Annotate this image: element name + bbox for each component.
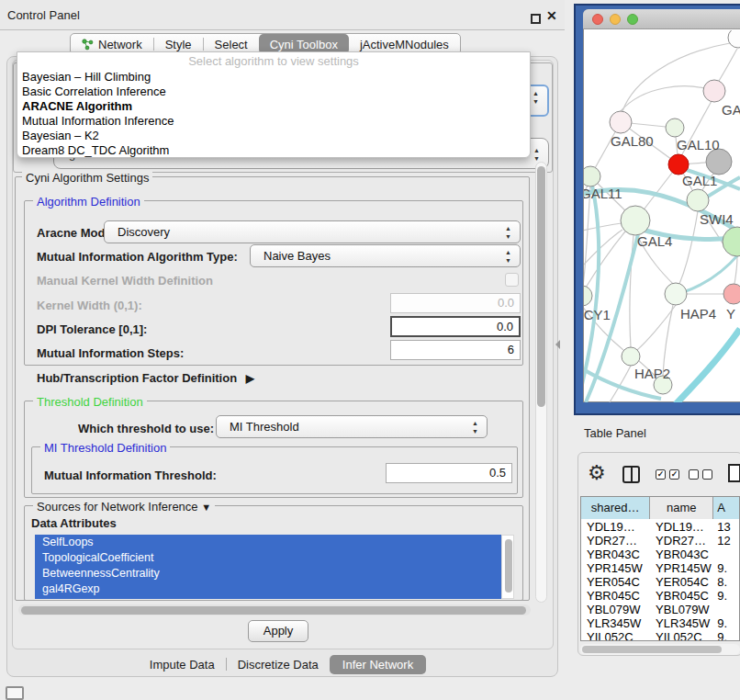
settings-vertical-scrollbar[interactable]: [535, 162, 547, 603]
network-node[interactable]: [584, 166, 600, 186]
hub-definition-toggle[interactable]: Hub/Transcription Factor Definition ▶: [37, 371, 254, 385]
dpi-tolerance-field[interactable]: 0.0: [390, 316, 521, 337]
tab-discretize-data[interactable]: Discretize Data: [227, 655, 330, 674]
close-icon[interactable]: ✕: [546, 8, 557, 23]
network-node[interactable]: [666, 119, 684, 137]
mi-steps-field[interactable]: 6: [390, 340, 521, 360]
network-node[interactable]: [621, 206, 650, 235]
aracne-mode-combobox[interactable]: Discovery ▲▼: [104, 220, 521, 243]
threshold-definition-legend: Threshold Definition: [33, 395, 147, 409]
network-node[interactable]: [728, 30, 740, 48]
network-window-titlebar[interactable]: [583, 9, 740, 29]
network-edge[interactable]: [586, 231, 625, 288]
apply-button[interactable]: Apply: [248, 620, 308, 642]
dropdown-item-selected[interactable]: ARACNE Algorithm: [17, 99, 530, 114]
window-minimize-icon[interactable]: [610, 14, 621, 25]
dropdown-placeholder: Select algorithm to view settings: [17, 54, 530, 68]
attributes-list-scrollbar-thumb[interactable]: [505, 539, 512, 593]
algorithm-definition-legend: Algorithm Definition: [33, 195, 144, 209]
table-row[interactable]: YBR043CYBR043C: [581, 548, 739, 561]
column-header-shared-name[interactable]: shared…: [581, 497, 650, 519]
deselect-all-checks-icon[interactable]: [689, 469, 712, 480]
tab-impute-data[interactable]: Impute Data: [139, 655, 226, 674]
network-edge[interactable]: [584, 230, 622, 276]
collapsed-arrow-icon[interactable]: ▶: [246, 372, 254, 385]
column-header-name[interactable]: name: [650, 497, 713, 519]
table-row[interactable]: YPR145WYPR145W9.: [581, 561, 739, 575]
network-node[interactable]: [668, 154, 689, 175]
settings-vertical-scrollbar-thumb[interactable]: [537, 166, 545, 407]
table-row[interactable]: YIL052CYIL052C9.: [581, 630, 739, 641]
dropdown-item[interactable]: Dream8 DC_TDC Algorithm: [17, 143, 530, 158]
network-node[interactable]: [665, 283, 687, 305]
mi-type-combobox[interactable]: Naive Bayes ▲▼: [250, 244, 521, 267]
combo-stepper-icon: ▲▼: [505, 248, 511, 265]
table-row[interactable]: YLR345WYLR345W9.: [581, 616, 739, 630]
table-cell: [713, 603, 739, 616]
window-close-icon[interactable]: [592, 14, 603, 25]
network-node[interactable]: [706, 149, 732, 175]
gear-icon[interactable]: ⚙: [588, 461, 606, 485]
table-cell: YBR043C: [650, 548, 713, 561]
kernel-width-field[interactable]: 0.0: [390, 293, 521, 313]
network-node[interactable]: [703, 80, 725, 102]
sources-legend[interactable]: Sources for Network Inference ▼: [33, 500, 215, 514]
tab-infer-network[interactable]: Infer Network: [330, 655, 426, 674]
table-cell: YBL079W: [650, 603, 713, 616]
dropdown-item[interactable]: Basic Correlation Inference: [17, 85, 530, 99]
table-cell: YIL052C: [650, 630, 713, 641]
dropdown-item[interactable]: Mutual Information Inference: [17, 114, 530, 129]
network-node[interactable]: [723, 284, 740, 304]
network-node[interactable]: [723, 227, 740, 256]
checked-box-icon: ✓: [656, 469, 666, 480]
expanded-arrow-icon[interactable]: ▼: [201, 502, 211, 513]
document-icon[interactable]: [728, 464, 740, 482]
table-row[interactable]: YBL079WYBL079W: [581, 603, 739, 616]
network-canvas[interactable]: GALGAL80GAL10GAL1GAL11SWI4GAL4GCY1HAP4YH…: [584, 30, 740, 402]
window-zoom-icon[interactable]: [627, 14, 638, 25]
combo-stepper-icon: ▲▼: [472, 419, 478, 435]
data-attributes-label: Data Attributes: [31, 516, 117, 530]
table-row[interactable]: YDR27…YDR27…12: [581, 534, 739, 548]
mi-threshold-field[interactable]: 0.5: [386, 463, 512, 483]
table-cell: 9.: [713, 589, 739, 603]
attribute-list-item[interactable]: TopologicalCoefficient: [35, 550, 501, 566]
which-threshold-combobox[interactable]: MI Threshold ▲▼: [216, 415, 488, 438]
algorithm-dropdown-list: Select algorithm to view settings Bayesi…: [17, 51, 531, 158]
panel-collapse-handle-icon[interactable]: [555, 340, 560, 349]
settings-horizontal-scrollbar[interactable]: [18, 604, 531, 615]
table-row[interactable]: YDL19…YDL19…13: [581, 520, 739, 534]
dropdown-item[interactable]: Bayesian – Hill Climbing: [17, 70, 530, 85]
network-edge-highlighted[interactable]: [676, 329, 740, 402]
table-cell: YDL19…: [581, 520, 650, 534]
network-edge[interactable]: [679, 211, 698, 284]
settings-horizontal-scrollbar-thumb[interactable]: [21, 606, 526, 615]
network-node-label: SWI4: [700, 211, 734, 227]
table-horizontal-scrollbar[interactable]: [580, 644, 740, 655]
dropdown-item[interactable]: Bayesian – K2: [17, 129, 530, 143]
network-node[interactable]: [622, 347, 640, 366]
float-window-icon[interactable]: [531, 14, 541, 24]
select-all-checks-icon[interactable]: ✓ ✓: [656, 469, 679, 480]
attribute-list-item[interactable]: gal4RGexp: [35, 581, 501, 597]
network-edge[interactable]: [584, 186, 590, 286]
attribute-list-item[interactable]: SelfLoops: [35, 535, 501, 550]
manual-kernel-checkbox[interactable]: [505, 273, 519, 287]
network-node[interactable]: [584, 286, 592, 306]
attribute-list-item[interactable]: BetweennessCentrality: [35, 566, 501, 581]
network-node[interactable]: [610, 111, 632, 133]
network-edge[interactable]: [637, 305, 676, 350]
table-row[interactable]: YBR045CYBR045C9.: [581, 589, 739, 603]
table-horizontal-scrollbar-thumb[interactable]: [582, 646, 722, 653]
split-columns-icon[interactable]: [622, 466, 640, 483]
table-row[interactable]: YER054CYER054C8.: [581, 575, 739, 589]
network-edge[interactable]: [719, 49, 737, 81]
combo-stepper-icon: ▲▼: [533, 146, 540, 163]
data-attributes-list[interactable]: SelfLoopsTopologicalCoefficientBetweenne…: [35, 535, 501, 599]
network-node[interactable]: [687, 189, 709, 211]
column-header-partial[interactable]: A: [713, 497, 739, 519]
network-edge[interactable]: [584, 223, 622, 232]
network-node-label: HAP4: [680, 306, 716, 322]
minimized-panel-icon[interactable]: [6, 686, 24, 700]
attributes-list-scrollbar[interactable]: [501, 535, 514, 599]
